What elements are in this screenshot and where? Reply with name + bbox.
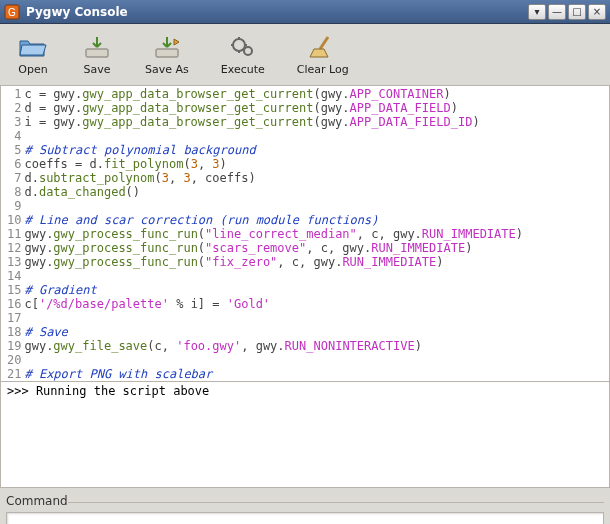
execute-label: Execute xyxy=(221,63,265,76)
open-folder-icon xyxy=(17,33,49,61)
save-as-drive-icon xyxy=(151,33,183,61)
svg-text:G: G xyxy=(8,7,16,18)
save-as-button[interactable]: Save As xyxy=(138,30,196,79)
command-input[interactable] xyxy=(6,512,604,524)
title-bar: G Pygwy Console ▾ — □ × xyxy=(0,0,610,24)
command-section: Command xyxy=(0,488,610,524)
code-gutter: 1 2 3 4 5 6 7 8 9 10 11 12 13 14 15 16 1… xyxy=(1,86,24,381)
svg-rect-3 xyxy=(156,49,178,57)
command-label: Command xyxy=(6,494,604,508)
maximize-button[interactable]: □ xyxy=(568,4,586,20)
app-icon: G xyxy=(4,4,20,20)
output-log[interactable]: >>> Running the script above xyxy=(0,382,610,488)
open-button[interactable]: Open xyxy=(10,30,56,79)
code-body[interactable]: c = gwy.gwy_app_data_browser_get_current… xyxy=(24,86,609,381)
svg-rect-2 xyxy=(86,49,108,57)
minimize-button[interactable]: — xyxy=(548,4,566,20)
clear-log-button[interactable]: Clear Log xyxy=(290,30,356,79)
window-title: Pygwy Console xyxy=(26,5,526,19)
divider xyxy=(68,502,604,503)
svg-point-4 xyxy=(233,39,245,51)
roll-up-button[interactable]: ▾ xyxy=(528,4,546,20)
execute-gears-icon xyxy=(227,33,259,61)
close-button[interactable]: × xyxy=(588,4,606,20)
svg-point-5 xyxy=(244,47,252,55)
save-as-label: Save As xyxy=(145,63,189,76)
save-button[interactable]: Save xyxy=(74,30,120,79)
save-drive-icon xyxy=(81,33,113,61)
clear-broom-icon xyxy=(307,33,339,61)
save-label: Save xyxy=(83,63,110,76)
open-label: Open xyxy=(18,63,47,76)
code-editor[interactable]: 1 2 3 4 5 6 7 8 9 10 11 12 13 14 15 16 1… xyxy=(0,86,610,382)
clear-log-label: Clear Log xyxy=(297,63,349,76)
execute-button[interactable]: Execute xyxy=(214,30,272,79)
toolbar: Open Save Save As Execute Clear Log xyxy=(0,24,610,86)
